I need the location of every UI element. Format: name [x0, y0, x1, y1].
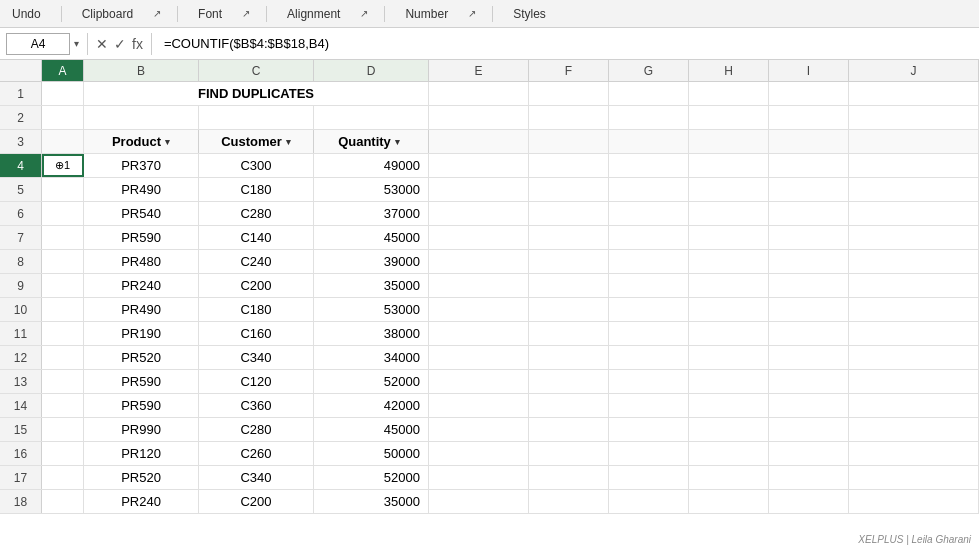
col-header-d[interactable]: D: [314, 60, 429, 81]
cell-e2[interactable]: [429, 106, 529, 129]
cell-g11[interactable]: [609, 322, 689, 345]
cell-f5[interactable]: [529, 178, 609, 201]
row-num-14[interactable]: 14: [0, 394, 42, 417]
cell-b3-header[interactable]: Product ▾: [84, 130, 199, 153]
row-num-15[interactable]: 15: [0, 418, 42, 441]
cell-f9[interactable]: [529, 274, 609, 297]
cell-b4[interactable]: PR370: [84, 154, 199, 177]
cell-h1[interactable]: [689, 82, 769, 105]
cell-a2[interactable]: [42, 106, 84, 129]
row-num-16[interactable]: 16: [0, 442, 42, 465]
cell-i13[interactable]: [769, 370, 849, 393]
row-num-4[interactable]: 4: [0, 154, 42, 177]
cell-j18[interactable]: [849, 490, 979, 513]
cell-d9[interactable]: 35000: [314, 274, 429, 297]
cell-g4[interactable]: [609, 154, 689, 177]
cell-b15[interactable]: PR990: [84, 418, 199, 441]
cell-d4[interactable]: 49000: [314, 154, 429, 177]
cell-a5[interactable]: [42, 178, 84, 201]
cell-b18[interactable]: PR240: [84, 490, 199, 513]
row-num-10[interactable]: 10: [0, 298, 42, 321]
cell-h14[interactable]: [689, 394, 769, 417]
cell-a6[interactable]: [42, 202, 84, 225]
cell-i7[interactable]: [769, 226, 849, 249]
cell-f14[interactable]: [529, 394, 609, 417]
cell-h6[interactable]: [689, 202, 769, 225]
cell-e5[interactable]: [429, 178, 529, 201]
cell-b7[interactable]: PR590: [84, 226, 199, 249]
cell-b14[interactable]: PR590: [84, 394, 199, 417]
cell-i14[interactable]: [769, 394, 849, 417]
cell-h7[interactable]: [689, 226, 769, 249]
cell-h17[interactable]: [689, 466, 769, 489]
cell-i10[interactable]: [769, 298, 849, 321]
cell-h13[interactable]: [689, 370, 769, 393]
cell-a8[interactable]: [42, 250, 84, 273]
cell-d7[interactable]: 45000: [314, 226, 429, 249]
formula-confirm-icon[interactable]: ✓: [114, 36, 126, 52]
cell-c14[interactable]: C360: [199, 394, 314, 417]
row-num-5[interactable]: 5: [0, 178, 42, 201]
cell-j13[interactable]: [849, 370, 979, 393]
cell-a9[interactable]: [42, 274, 84, 297]
row-num-8[interactable]: 8: [0, 250, 42, 273]
cell-i2[interactable]: [769, 106, 849, 129]
cell-f13[interactable]: [529, 370, 609, 393]
cell-g17[interactable]: [609, 466, 689, 489]
cell-b16[interactable]: PR120: [84, 442, 199, 465]
cell-a10[interactable]: [42, 298, 84, 321]
cell-c2[interactable]: [199, 106, 314, 129]
cell-h16[interactable]: [689, 442, 769, 465]
col-header-e[interactable]: E: [429, 60, 529, 81]
cell-c6[interactable]: C280: [199, 202, 314, 225]
row-num-2[interactable]: 2: [0, 106, 42, 129]
cell-h9[interactable]: [689, 274, 769, 297]
cell-b5[interactable]: PR490: [84, 178, 199, 201]
cell-f4[interactable]: [529, 154, 609, 177]
cell-a16[interactable]: [42, 442, 84, 465]
cell-g6[interactable]: [609, 202, 689, 225]
cell-i4[interactable]: [769, 154, 849, 177]
cell-c5[interactable]: C180: [199, 178, 314, 201]
cell-i6[interactable]: [769, 202, 849, 225]
cell-h3[interactable]: [689, 130, 769, 153]
cell-a3[interactable]: [42, 130, 84, 153]
cell-b2[interactable]: [84, 106, 199, 129]
col-header-h[interactable]: H: [689, 60, 769, 81]
cell-g9[interactable]: [609, 274, 689, 297]
row-num-17[interactable]: 17: [0, 466, 42, 489]
cell-f1[interactable]: [529, 82, 609, 105]
cell-e17[interactable]: [429, 466, 529, 489]
cell-i11[interactable]: [769, 322, 849, 345]
cell-g2[interactable]: [609, 106, 689, 129]
cell-h10[interactable]: [689, 298, 769, 321]
col-header-g[interactable]: G: [609, 60, 689, 81]
row-num-12[interactable]: 12: [0, 346, 42, 369]
row-num-11[interactable]: 11: [0, 322, 42, 345]
number-button[interactable]: Number: [401, 5, 452, 23]
cell-j16[interactable]: [849, 442, 979, 465]
cell-d16[interactable]: 50000: [314, 442, 429, 465]
cell-h5[interactable]: [689, 178, 769, 201]
cell-reference-box[interactable]: A4: [6, 33, 70, 55]
cell-g7[interactable]: [609, 226, 689, 249]
cell-f2[interactable]: [529, 106, 609, 129]
formula-fx-icon[interactable]: fx: [132, 36, 143, 52]
cell-e15[interactable]: [429, 418, 529, 441]
cell-h8[interactable]: [689, 250, 769, 273]
cell-d3-header[interactable]: Quantity ▾: [314, 130, 429, 153]
cell-f7[interactable]: [529, 226, 609, 249]
cell-j14[interactable]: [849, 394, 979, 417]
cell-a11[interactable]: [42, 322, 84, 345]
cell-f15[interactable]: [529, 418, 609, 441]
cell-d5[interactable]: 53000: [314, 178, 429, 201]
cell-e16[interactable]: [429, 442, 529, 465]
cell-g8[interactable]: [609, 250, 689, 273]
alignment-button[interactable]: Alignment: [283, 5, 344, 23]
cell-d17[interactable]: 52000: [314, 466, 429, 489]
cell-f10[interactable]: [529, 298, 609, 321]
cell-b13[interactable]: PR590: [84, 370, 199, 393]
cell-e11[interactable]: [429, 322, 529, 345]
cell-g14[interactable]: [609, 394, 689, 417]
cell-j9[interactable]: [849, 274, 979, 297]
